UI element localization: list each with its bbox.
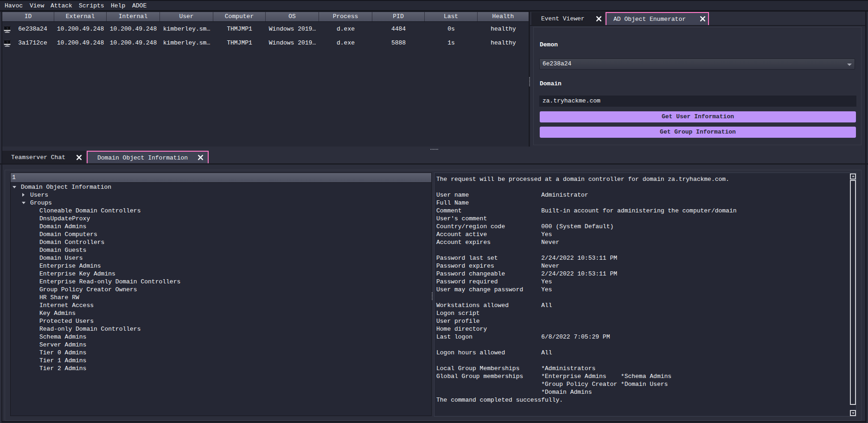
svg-text:?: ? [6,40,8,45]
svg-text:?: ? [6,26,8,31]
